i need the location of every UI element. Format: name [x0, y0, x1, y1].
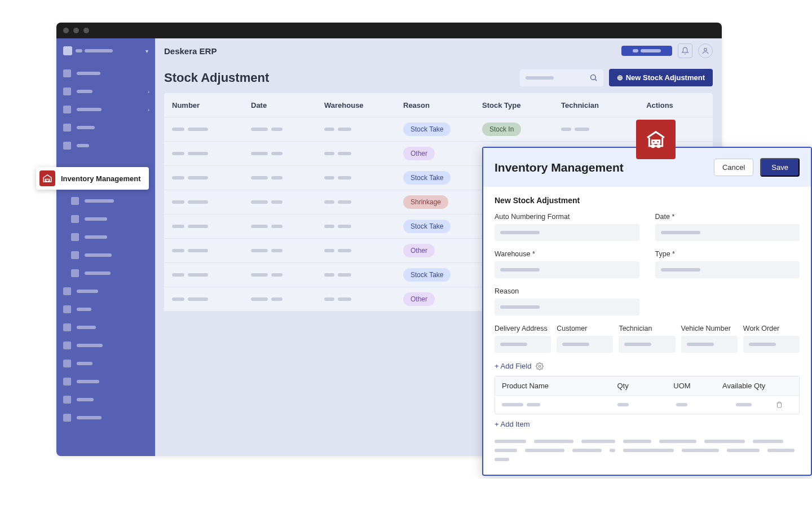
- nav-icon: [71, 251, 79, 259]
- label-autonumber: Auto Numbering Format: [495, 213, 639, 221]
- input-technician[interactable]: [619, 336, 675, 353]
- nav-item[interactable]: [56, 137, 155, 155]
- notification-icon[interactable]: [678, 43, 692, 58]
- nav-item[interactable]: [56, 282, 155, 300]
- chevron-down-icon: ▾: [145, 48, 148, 54]
- nav-icon: [63, 378, 71, 386]
- th-number: Number: [172, 101, 251, 110]
- nav-item[interactable]: [56, 300, 155, 318]
- pth-qty: Qty: [593, 382, 652, 390]
- add-item-link[interactable]: + Add Item: [495, 420, 800, 428]
- org-switcher[interactable]: ▾: [56, 43, 155, 64]
- th-actions: Actions: [637, 101, 682, 110]
- search-icon: [589, 73, 598, 82]
- nav-sub-item[interactable]: [56, 210, 155, 228]
- user-avatar[interactable]: [698, 43, 713, 58]
- label-date: Date *: [655, 213, 800, 221]
- label-workorder: Work Order: [743, 325, 800, 332]
- input-delivery[interactable]: [495, 336, 551, 353]
- pth-product: Product Name: [502, 382, 593, 390]
- nav-sub-item[interactable]: [56, 192, 155, 210]
- nav-item[interactable]: [56, 373, 155, 391]
- nav-item[interactable]: [56, 64, 155, 82]
- table-header: Number Date Warehouse Reason Stock Type …: [164, 93, 713, 117]
- input-warehouse[interactable]: [495, 261, 639, 278]
- svg-point-8: [539, 365, 541, 367]
- th-date: Date: [251, 101, 324, 110]
- reason-badge: Other: [403, 292, 435, 306]
- nav-sub-item[interactable]: [56, 264, 155, 282]
- label-reason: Reason: [495, 287, 639, 295]
- reason-badge: Other: [403, 244, 435, 257]
- nav-icon: [71, 269, 79, 277]
- gear-icon[interactable]: [536, 362, 544, 370]
- reason-badge: Stock Take: [403, 171, 451, 185]
- input-date[interactable]: [655, 224, 800, 241]
- nav-icon: [71, 197, 79, 205]
- pth-uom: UOM: [652, 382, 712, 390]
- nav-icon: [63, 414, 71, 422]
- primary-action[interactable]: [621, 46, 672, 56]
- reason-badge: Shrinkage: [403, 195, 448, 209]
- reason-badge: Stock Take: [403, 220, 451, 233]
- new-stock-adjustment-button[interactable]: ⊕ New Stock Adjustment: [609, 69, 713, 86]
- pth-avail: Available Qty: [712, 382, 776, 390]
- label-vehicle: Vehicle Number: [681, 325, 738, 332]
- input-type[interactable]: [655, 261, 800, 278]
- close-dot[interactable]: [63, 28, 69, 33]
- nav-icon: [63, 396, 71, 404]
- svg-point-1: [590, 75, 595, 80]
- label-delivery: Delivery Address: [495, 325, 551, 332]
- nav-item[interactable]: ›: [56, 82, 155, 100]
- nav-item[interactable]: [56, 391, 155, 409]
- topbar: Deskera ERP: [155, 38, 722, 63]
- nav-item[interactable]: ›: [56, 100, 155, 119]
- input-customer[interactable]: [557, 336, 613, 353]
- nav-icon: [63, 323, 71, 331]
- add-field-link[interactable]: + Add Field: [495, 362, 531, 370]
- reason-badge: Stock Take: [403, 268, 451, 282]
- search-input[interactable]: [520, 69, 603, 86]
- delete-row-icon[interactable]: [776, 401, 792, 409]
- th-stock-type: Stock Type: [482, 101, 561, 110]
- product-row[interactable]: [495, 396, 799, 414]
- th-reason: Reason: [403, 101, 482, 110]
- nav-icon: [63, 305, 71, 313]
- max-dot[interactable]: [83, 28, 89, 33]
- chevron-right-icon: ›: [148, 89, 149, 95]
- nav-item[interactable]: [56, 409, 155, 427]
- input-reason[interactable]: [495, 299, 639, 316]
- nav-item[interactable]: [56, 336, 155, 354]
- nav-icon: [63, 69, 71, 77]
- nav-icon: [71, 215, 79, 223]
- label-customer: Customer: [557, 325, 613, 332]
- page-title: Stock Adjustment: [164, 71, 269, 85]
- new-stock-adjustment-modal: Inventory Management Cancel Save New Sto…: [482, 147, 812, 476]
- label-warehouse: Warehouse *: [495, 250, 639, 258]
- modal-subtitle: New Stock Adjustment: [495, 196, 800, 205]
- nav-sub-item[interactable]: [56, 246, 155, 264]
- reason-badge: Stock Take: [403, 122, 451, 136]
- label-technician: Technician: [619, 325, 675, 332]
- floating-nav-label: Inventory Management: [61, 174, 141, 183]
- min-dot[interactable]: [73, 28, 79, 33]
- nav-icon: [63, 287, 71, 295]
- cancel-button[interactable]: Cancel: [714, 159, 753, 176]
- save-button[interactable]: Save: [760, 158, 800, 177]
- nav-item[interactable]: [56, 318, 155, 336]
- input-autonumber[interactable]: [495, 224, 639, 241]
- svg-rect-5: [656, 141, 660, 143]
- sidebar-item-inventory-management[interactable]: Inventory Management: [36, 167, 149, 190]
- nav-sub-item[interactable]: [56, 228, 155, 246]
- input-workorder[interactable]: [743, 336, 800, 353]
- nav-icon: [63, 124, 71, 132]
- input-vehicle[interactable]: [681, 336, 738, 353]
- nav-item[interactable]: [56, 119, 155, 137]
- modal-title: Inventory Management: [495, 161, 707, 174]
- modal-warehouse-icon: [636, 120, 676, 159]
- svg-rect-4: [652, 141, 655, 143]
- table-row[interactable]: Stock TakeStock In⋯: [164, 117, 713, 142]
- nav-item[interactable]: [56, 354, 155, 373]
- nav-icon: [63, 87, 71, 95]
- svg-point-0: [704, 48, 707, 51]
